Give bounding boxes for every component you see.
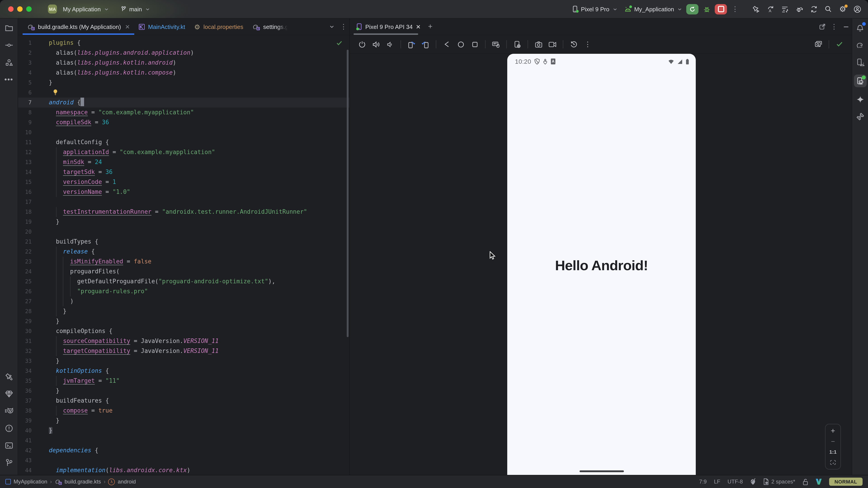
- code-line-32[interactable]: 32 targetCompatibility = JavaVersion.VER…: [18, 346, 349, 356]
- tab-local-properties[interactable]: ⚙ local.properties: [190, 19, 248, 35]
- volume-up-button[interactable]: [370, 38, 382, 50]
- rerun-button[interactable]: [686, 4, 699, 14]
- code-editor[interactable]: 1plugins {2 alias(libs.plugins.android.a…: [18, 35, 349, 475]
- code-line-33[interactable]: 33 }: [18, 356, 349, 366]
- emulator-more-button[interactable]: ⋮: [582, 38, 594, 50]
- overview-button[interactable]: [469, 38, 480, 50]
- code-line-22[interactable]: 22 release {: [18, 247, 349, 257]
- zoom-in-button[interactable]: +: [831, 428, 835, 434]
- close-tab-icon[interactable]: ✕: [416, 23, 421, 30]
- code-line-6[interactable]: 6: [18, 88, 349, 98]
- code-line-38[interactable]: 38 compose = true: [18, 406, 349, 416]
- running-devices-tool-button[interactable]: [854, 74, 866, 87]
- code-line-36[interactable]: 36 }: [18, 386, 349, 396]
- code-line-3[interactable]: 3 alias(libs.plugins.kotlin.android): [18, 58, 349, 68]
- code-line-28[interactable]: 28 }: [18, 306, 349, 316]
- code-line-24[interactable]: 24 proguardFiles(: [18, 267, 349, 276]
- apply-changes-restart-activity-button[interactable]: A: [764, 3, 777, 15]
- caret-position-widget[interactable]: 7:9: [699, 479, 707, 485]
- code-line-2[interactable]: 2 alias(libs.plugins.android.application…: [18, 48, 349, 58]
- hide-pane-button[interactable]: [840, 19, 852, 35]
- code-line-37[interactable]: 37 buildFeatures {: [18, 396, 349, 406]
- run-configuration-selector[interactable]: My_Application: [622, 4, 684, 14]
- project-selector[interactable]: My Application: [60, 4, 111, 14]
- gradle-tool-button[interactable]: [855, 40, 865, 50]
- vcs-branch-selector[interactable]: main: [118, 4, 152, 14]
- code-line-15[interactable]: 15 versionCode = 1: [18, 177, 349, 187]
- gemini-tool-button[interactable]: [855, 94, 865, 104]
- search-everywhere-button[interactable]: [822, 3, 835, 15]
- app-quality-insights-tool-button[interactable]: [855, 111, 865, 122]
- code-line-44[interactable]: 44 implementation(libs.androidx.core.ktx…: [18, 465, 349, 475]
- commit-tool-button[interactable]: [4, 40, 14, 50]
- code-line-9[interactable]: 9 compileSdk = 36: [18, 118, 349, 127]
- notifications-tool-button[interactable]: [855, 23, 865, 33]
- logcat-tool-button[interactable]: [4, 406, 14, 416]
- code-line-12[interactable]: 12 applicationId = "com.example.myapplic…: [18, 147, 349, 157]
- code-line-13[interactable]: 13 minSdk = 24: [18, 157, 349, 167]
- zoom-window-button[interactable]: [26, 6, 32, 12]
- minimize-window-button[interactable]: [17, 6, 23, 12]
- code-line-35[interactable]: 35 jvmTarget = "11": [18, 376, 349, 386]
- screenshot-button[interactable]: [532, 38, 544, 50]
- code-line-21[interactable]: 21 buildTypes {: [18, 237, 349, 247]
- emulator-display-area[interactable]: 10:20 A Hello Android! + − 1:: [350, 54, 852, 475]
- code-line-20[interactable]: 20: [18, 227, 349, 237]
- app-inspection-tool-button[interactable]: [4, 389, 14, 399]
- attach-debugger-button[interactable]: [793, 3, 806, 15]
- code-line-23[interactable]: 23 isMinifyEnabled = false: [18, 257, 349, 267]
- code-line-5[interactable]: 5}: [18, 78, 349, 88]
- version-control-tool-button[interactable]: [4, 458, 14, 468]
- tab-settings-gradle[interactable]: K settings.g: [248, 19, 293, 35]
- breadcrumb-file[interactable]: build.gradle.kts: [64, 479, 101, 485]
- zoom-fit-button[interactable]: [830, 460, 836, 465]
- code-line-14[interactable]: 14 targetSdk = 36: [18, 167, 349, 177]
- stop-button[interactable]: [715, 4, 727, 14]
- snapshots-button[interactable]: [812, 38, 824, 50]
- volume-down-button[interactable]: [384, 38, 396, 50]
- device-manager-tool-button[interactable]: [855, 57, 865, 67]
- breadcrumb-element[interactable]: android: [118, 479, 136, 485]
- code-line-19[interactable]: 19 }: [18, 217, 349, 227]
- rotate-left-button[interactable]: [405, 38, 417, 50]
- sync-gradle-button[interactable]: [807, 3, 820, 15]
- device-selector[interactable]: Pixel 9 Pro: [569, 4, 620, 14]
- code-line-8[interactable]: 8 namespace = "com.example.myapplication…: [18, 107, 349, 118]
- code-line-29[interactable]: 29 }: [18, 316, 349, 326]
- build-button[interactable]: [749, 3, 762, 15]
- ideavim-widget[interactable]: [815, 479, 822, 485]
- zoom-1-1-button[interactable]: 1:1: [829, 449, 837, 455]
- hidden-tabs-dropdown[interactable]: [326, 19, 338, 35]
- zoom-out-button[interactable]: −: [831, 439, 835, 444]
- editor-scrollbar[interactable]: [347, 50, 348, 337]
- readonly-toggle-widget[interactable]: [802, 478, 808, 485]
- screen-record-button[interactable]: [547, 38, 558, 50]
- code-line-4[interactable]: 4 alias(libs.plugins.kotlin.compose): [18, 68, 349, 78]
- inspections-ok-check-icon[interactable]: [336, 41, 342, 46]
- code-line-31[interactable]: 31 sourceCompatibility = JavaVersion.VER…: [18, 336, 349, 346]
- tab-pixel-9-pro-api-34[interactable]: Pixel 9 Pro API 34 ✕: [353, 19, 424, 35]
- apply-code-changes-button[interactable]: [778, 3, 791, 15]
- settings-button[interactable]: ⚙: [836, 3, 849, 15]
- code-line-11[interactable]: 11 defaultConfig {: [18, 137, 349, 147]
- inspection-highlights-widget[interactable]: [750, 478, 756, 485]
- add-device-tab-button[interactable]: +: [424, 19, 436, 35]
- structure-tool-button[interactable]: [4, 57, 14, 67]
- code-line-25[interactable]: 25 getDefaultProguardFile("proguard-andr…: [18, 276, 349, 287]
- rotate-right-button[interactable]: [420, 38, 431, 50]
- terminal-tool-button[interactable]: [4, 441, 14, 451]
- editor-tab-options-button[interactable]: ⋮: [338, 19, 349, 35]
- code-line-43[interactable]: 43: [18, 455, 349, 465]
- profile-button[interactable]: [851, 3, 864, 15]
- power-button[interactable]: [356, 38, 368, 50]
- device-settings-button[interactable]: [511, 38, 523, 50]
- code-line-1[interactable]: 1plugins {: [18, 38, 349, 48]
- emulator-screen[interactable]: 10:20 A Hello Android!: [507, 54, 696, 475]
- tab-mainactivity-kt[interactable]: MainActivity.kt: [134, 19, 190, 35]
- hardware-input-button[interactable]: [490, 38, 502, 50]
- device-pane-options-button[interactable]: ⋮: [828, 19, 840, 35]
- code-line-7[interactable]: 7android {: [18, 98, 349, 107]
- code-line-27[interactable]: 27 ): [18, 296, 349, 306]
- close-window-button[interactable]: [8, 6, 13, 12]
- home-button[interactable]: [455, 38, 467, 50]
